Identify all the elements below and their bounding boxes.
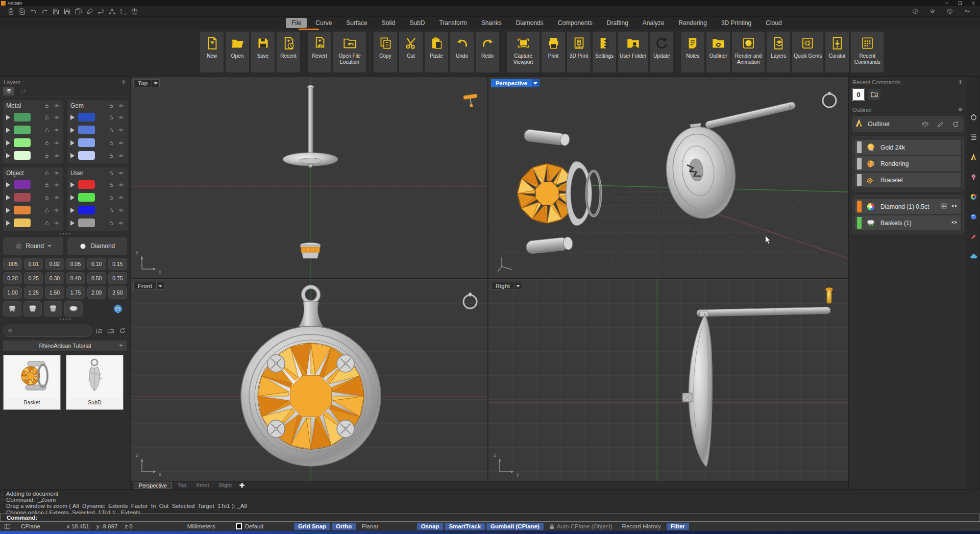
layer-color-swatch[interactable] (78, 219, 95, 227)
menu-tab[interactable]: Solid (376, 18, 401, 28)
eye-icon[interactable] (117, 114, 125, 120)
layer-row[interactable] (67, 216, 128, 229)
help-icon[interactable] (927, 7, 938, 16)
menu-tab[interactable]: File (286, 18, 307, 28)
layer-color-swatch[interactable] (78, 151, 95, 160)
library-collection-dropdown[interactable]: RhinoArtisan Tutorial (3, 341, 127, 351)
ribbon-button[interactable]: Quick Gems (792, 32, 823, 72)
layer-row[interactable] (3, 216, 63, 229)
expand-icon[interactable] (70, 115, 75, 120)
menu-tab[interactable]: 3D Printing (716, 18, 757, 28)
eye-icon[interactable] (53, 139, 60, 146)
lock-icon[interactable] (107, 220, 115, 226)
viewport-title-front[interactable]: Front (133, 282, 164, 290)
status-toggle[interactable]: Grid Snap (294, 523, 330, 530)
ribbon-button[interactable]: Capture Viewport (507, 32, 540, 72)
quick-toolbar-icon[interactable] (72, 7, 84, 16)
menu-tab[interactable]: Curve (310, 18, 337, 28)
gem-size-button[interactable]: 0.40 (66, 272, 85, 284)
library-item[interactable]: SubD (66, 355, 124, 410)
layer-row[interactable] (3, 204, 63, 216)
status-toggle[interactable]: Gumball (CPlane) (486, 523, 544, 530)
menu-tab[interactable]: Shanks (476, 18, 507, 28)
lock-icon[interactable] (107, 170, 115, 177)
units-label[interactable]: Millimeters (187, 523, 215, 529)
eye-icon[interactable] (951, 202, 958, 211)
ribbon-button[interactable]: Curator (825, 32, 849, 72)
eye-icon[interactable] (53, 152, 60, 159)
lock-icon[interactable] (107, 194, 115, 201)
layer-color-swatch[interactable] (14, 193, 31, 202)
gem-size-button[interactable]: 1.25 (24, 286, 43, 299)
eye-icon[interactable] (117, 194, 125, 201)
panel-tab-icon[interactable] (970, 233, 977, 242)
panel-tab-icon[interactable] (970, 113, 977, 123)
quick-toolbar-icon[interactable] (50, 7, 61, 16)
viewport-top[interactable]: Top yx (131, 77, 487, 278)
ribbon-button[interactable]: Render and Animation (732, 32, 765, 72)
eye-icon[interactable] (53, 220, 60, 226)
lock-icon[interactable] (43, 127, 51, 133)
layer-row[interactable] (67, 124, 128, 136)
quick-toolbar-icon[interactable] (84, 7, 95, 16)
ribbon-button[interactable]: Notes (681, 32, 704, 72)
ribbon-button[interactable]: Paste (425, 32, 448, 72)
minimize-button[interactable] (940, 0, 953, 6)
eye-icon[interactable] (117, 152, 125, 159)
lock-icon[interactable] (107, 152, 115, 159)
eye-icon[interactable] (53, 103, 60, 109)
layer-row[interactable] (3, 149, 63, 162)
layer-color-swatch[interactable] (78, 126, 95, 134)
ribbon-button[interactable]: Recent Commands (851, 32, 884, 72)
lock-icon[interactable] (43, 139, 51, 146)
lock-icon[interactable] (107, 139, 115, 146)
gem-size-button[interactable]: 1.75 (66, 286, 85, 299)
ribbon-button[interactable]: Print (542, 32, 565, 72)
gem-size-button[interactable]: 0.05 (66, 258, 85, 270)
expand-icon[interactable] (6, 195, 10, 200)
gem-preset-button[interactable] (64, 301, 83, 317)
pane-icon[interactable] (4, 523, 11, 530)
ribbon-button[interactable]: Layers (767, 32, 790, 72)
quick-toolbar-icon[interactable] (95, 7, 106, 16)
lock-icon[interactable] (43, 181, 51, 188)
help-icon[interactable] (944, 7, 955, 16)
search-input[interactable] (16, 328, 87, 334)
menu-tab[interactable]: SubD (404, 18, 430, 28)
lock-icon[interactable] (43, 170, 51, 177)
ribbon-button[interactable]: Update (650, 32, 673, 72)
ribbon-button[interactable]: Outliner (706, 32, 730, 72)
panel-splitter[interactable] (0, 231, 130, 236)
folder-settings-icon[interactable] (106, 327, 115, 335)
gem-size-button[interactable]: 1.50 (45, 286, 64, 299)
ribbon-button[interactable]: Settings (593, 32, 616, 72)
ribbon-button[interactable]: 3D Print (567, 32, 591, 72)
close-button[interactable] (967, 0, 980, 6)
viewport-menu-button[interactable] (157, 282, 164, 290)
menu-tab[interactable]: Rendering (673, 18, 713, 28)
tab-layers-filter[interactable] (17, 87, 29, 95)
quick-toolbar-icon[interactable] (28, 7, 39, 16)
history-icon[interactable] (118, 327, 127, 335)
eye-icon[interactable] (53, 207, 60, 213)
gear-icon[interactable] (121, 79, 127, 86)
layer-color-swatch[interactable] (78, 193, 95, 202)
layer-row[interactable] (67, 136, 128, 149)
recent-command-zero-button[interactable]: 0 (853, 89, 864, 100)
layer-color-swatch[interactable] (78, 206, 95, 214)
gem-preset-button[interactable] (3, 301, 21, 317)
status-toggle[interactable]: Osnap (417, 523, 444, 530)
layer-color-swatch[interactable] (78, 138, 95, 147)
gem-size-button[interactable]: .005 (3, 258, 22, 270)
ribbon-button[interactable]: Cut (399, 32, 423, 72)
ribbon-button[interactable]: Open (226, 32, 249, 72)
ribbon-button[interactable]: Redo (476, 32, 499, 72)
expand-icon[interactable] (6, 128, 10, 133)
gem-size-button[interactable]: 0.01 (24, 258, 43, 270)
viewport-perspective[interactable]: Perspective (488, 77, 848, 278)
gem-size-button[interactable]: 2.50 (108, 286, 127, 299)
library-item[interactable]: Basket (3, 355, 61, 410)
outliner-object-row[interactable]: Baskets (1) (855, 215, 961, 230)
expand-icon[interactable] (70, 128, 75, 133)
outliner-material-row[interactable]: Rendering (855, 156, 961, 171)
